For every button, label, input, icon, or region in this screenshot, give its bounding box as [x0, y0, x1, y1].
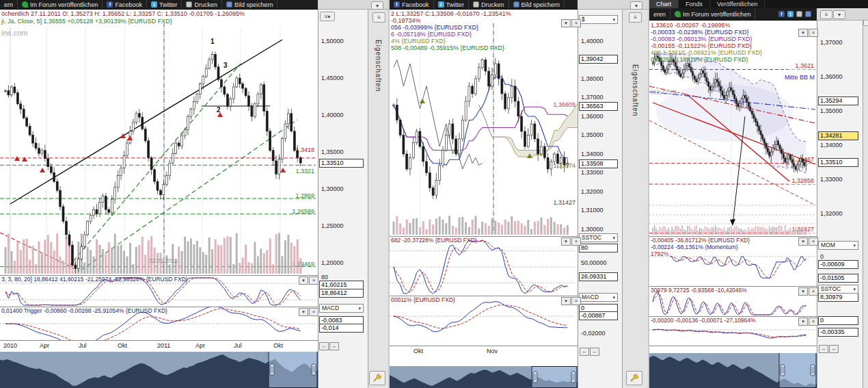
- toolbar-item-save[interactable]: Bild speichern: [509, 0, 565, 9]
- scale-value: 1,35000: [581, 131, 603, 138]
- navigator-drag-handle[interactable]: [270, 364, 274, 375]
- panel-close-button[interactable]: ×: [571, 19, 581, 27]
- navigator-drag-handle[interactable]: [533, 372, 537, 383]
- toolbar-item-print[interactable]: Drucken: [182, 0, 222, 9]
- toolbar-item-print[interactable]: Drucken: [469, 0, 509, 9]
- $-dropdown[interactable]: $▾: [579, 15, 618, 24]
- toolbar-overflow-button[interactable]: ▾: [630, 1, 642, 10]
- MACD-dropdown[interactable]: MACD▾: [579, 293, 618, 302]
- toolbar-item-facebook[interactable]: fFacebook: [390, 0, 434, 9]
- h-scroll-arrows: ↔↔: [319, 342, 339, 350]
- scroll-right-button[interactable]: ↔: [329, 342, 339, 350]
- tab-veröffentlichen[interactable]: Veröffentlichen: [710, 0, 765, 8]
- save-icon[interactable]: [805, 11, 811, 17]
- chart-navigator-scrollbar[interactable]: [0, 351, 318, 388]
- navigator-drag-handle[interactable]: [811, 365, 815, 376]
- time-axis-label: Apr: [40, 342, 49, 349]
- scale-tool-button[interactable]: ≡▾: [320, 12, 335, 21]
- panel-divider[interactable]: [388, 0, 390, 388]
- scale-value: 1,33000: [820, 176, 843, 183]
- price-box: 1,33508: [579, 159, 618, 168]
- print-icon[interactable]: [796, 11, 802, 17]
- scale-value: 1,40000: [321, 112, 344, 118]
- chart-settings-wrench-button[interactable]: [626, 371, 642, 385]
- panel-divider[interactable]: [648, 0, 649, 388]
- tab-fonds[interactable]: Fonds: [679, 0, 710, 8]
- facebook-icon[interactable]: f: [778, 11, 785, 17]
- navigator-drag-handle[interactable]: [312, 364, 316, 375]
- panel-close-button[interactable]: ×: [809, 318, 818, 326]
- navigator-drag-handle[interactable]: [781, 365, 785, 376]
- toolbar-item-facebook[interactable]: fFacebook: [103, 0, 147, 9]
- properties-pin-button[interactable]: ≡: [629, 12, 642, 23]
- panel-close-button[interactable]: ×: [809, 237, 818, 246]
- navigator-selection[interactable]: [532, 367, 577, 388]
- scale-tool-button[interactable]: ▾: [833, 10, 845, 19]
- panel-close-button[interactable]: ×: [571, 237, 581, 246]
- properties-sidebar[interactable]: ≡Eigenschaften: [622, 10, 648, 388]
- chart-settings-wrench-button[interactable]: [369, 371, 385, 385]
- panel-close-button[interactable]: ×: [571, 297, 581, 305]
- time-axis[interactable]: [649, 346, 817, 353]
- panel-window-buttons: ▾×: [798, 237, 818, 246]
- SSTOC-dropdown[interactable]: SSTOC▾: [818, 285, 858, 294]
- panel-menu-button[interactable]: ▾: [798, 237, 808, 246]
- properties-sidebar[interactable]: ≡Eigenschaften: [368, 10, 388, 388]
- chart-navigator-scrollbar[interactable]: [649, 352, 817, 388]
- toolbar-item-save[interactable]: Bild speichern: [222, 0, 278, 9]
- chart-navigator-scrollbar[interactable]: [390, 366, 578, 388]
- panel-close-button[interactable]: ×: [309, 276, 318, 285]
- chevron-down-icon: ▾: [358, 305, 361, 312]
- toolbar-item-twitter[interactable]: tTwitter: [147, 0, 182, 9]
- chevron-down-icon: ▾: [612, 16, 615, 23]
- toolbar-item-cut[interactable]: eren: [649, 8, 670, 20]
- panel-close-button[interactable]: ×: [809, 29, 818, 37]
- toolbar-item-cut[interactable]: ern: [0, 0, 18, 9]
- time-axis[interactable]: 2010AprJulOkt2011AprJulOkt: [0, 340, 318, 352]
- twitter-icon[interactable]: t: [787, 11, 794, 17]
- toolbar-overflow-button[interactable]: ▾: [371, 1, 383, 10]
- panel-menu-button[interactable]: ▾: [561, 237, 571, 246]
- toolbar-item-forum[interactable]: Im Forum veröffentlichen: [18, 0, 103, 9]
- properties-tab-label: Eigenschaften: [632, 64, 639, 116]
- level-label: 1,2869: [295, 192, 314, 199]
- time-axis[interactable]: OktNov: [390, 346, 578, 357]
- navigator-selection[interactable]: [269, 352, 317, 388]
- scroll-right-button[interactable]: ↔: [590, 348, 599, 356]
- price-box: 0: [818, 316, 858, 325]
- scale-value: 80: [321, 274, 328, 281]
- scroll-left-button[interactable]: ↔: [319, 342, 329, 350]
- MOM-dropdown[interactable]: MOM▾: [818, 241, 858, 250]
- scale-value: 1,38000: [581, 75, 603, 82]
- SSTOC-dropdown[interactable]: SSTOC▾: [579, 233, 618, 242]
- panel-menu-button[interactable]: ▾: [561, 19, 571, 27]
- panel-close-button[interactable]: ×: [309, 308, 318, 316]
- time-axis-label: Okt: [413, 348, 423, 354]
- panel-menu-button[interactable]: ▾: [798, 29, 808, 37]
- panel-close-button[interactable]: ×: [809, 287, 818, 296]
- tab-chart[interactable]: Chart: [649, 0, 679, 8]
- scroll-left-button[interactable]: ↔: [580, 348, 589, 356]
- dropdown-label: MACD: [322, 305, 339, 312]
- stochastic-pane: [0, 275, 318, 307]
- price-scale[interactable]: 1,370001,360001,350001,340001,330001,320…: [817, 21, 863, 388]
- navigator-drag-handle[interactable]: [571, 372, 575, 383]
- price-scale[interactable]: $▾1,400001,380001,370001,360001,350001,3…: [578, 10, 622, 388]
- properties-pin-button[interactable]: ≡: [372, 12, 385, 23]
- panel-menu-button[interactable]: ▾: [798, 318, 808, 326]
- panel-window-buttons: ▾×: [798, 287, 818, 296]
- panel-menu-button[interactable]: ▾: [299, 276, 308, 285]
- panel-menu-button[interactable]: ▾: [299, 308, 308, 316]
- scale-value: 1,32000: [581, 188, 603, 195]
- panel-menu-button[interactable]: ▾: [798, 287, 808, 296]
- toolbar-item-forum[interactable]: Im Forum veröffentlichen: [670, 8, 755, 20]
- price-box: 18,86412: [319, 289, 364, 298]
- price-scale[interactable]: 1,500001,450001,400001,350001,300001,250…: [318, 10, 368, 388]
- panel-menu-button[interactable]: ▾: [561, 297, 571, 305]
- scroll-right-button[interactable]: ↔: [829, 345, 839, 353]
- toolbar-item-twitter[interactable]: tTwitter: [434, 0, 470, 9]
- MACD-dropdown[interactable]: MACD▾: [319, 304, 364, 313]
- panel-window-buttons: ▾×: [561, 19, 581, 27]
- scroll-left-button[interactable]: ↔: [819, 345, 828, 353]
- scale-tool-button[interactable]: ≡: [820, 10, 832, 19]
